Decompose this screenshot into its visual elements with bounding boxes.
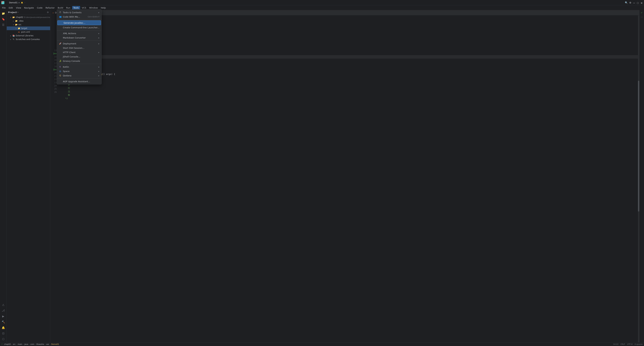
menu-item-qodana[interactable]: Q Qodana ▸ (57, 73, 102, 78)
menu-item-qodana-label: Qodana (63, 74, 72, 77)
tree-item-pom[interactable]: ▸ m pom.xml (7, 30, 50, 34)
menu-code[interactable]: Code (36, 6, 44, 9)
menu-item-groovy-label: Groovy Console (63, 60, 80, 62)
tree-item-chap02[interactable]: ▾ 📂 chap02 D:\dev\java\code\javase\chap0… (7, 15, 50, 19)
breadcrumb-item[interactable]: chap02 (4, 343, 11, 345)
menu-edit[interactable]: Edit (8, 6, 14, 9)
project-header: Project ▾ ⚙ (7, 10, 50, 15)
breadcrumb-item[interactable]: src (13, 343, 16, 345)
menu-tools[interactable]: Tools (72, 6, 80, 9)
menu-help[interactable]: Help (100, 6, 107, 9)
menu-item-generate-javadoc-label: Generate JavaDoc... (64, 22, 85, 24)
run-icon[interactable]: ▶ (18, 2, 20, 3)
breadcrumb-item[interactable]: var (46, 343, 49, 345)
tree-item-scratches[interactable]: ▸ ✎ Scratches and Consoles (7, 37, 50, 41)
code-line: /** (59, 59, 639, 62)
menu-item-tasks-label: Tasks & Contexts (63, 11, 82, 14)
kotlin-icon: K (59, 65, 62, 68)
more-options-icon[interactable]: ⋯ (24, 2, 26, 3)
notifications-icon[interactable]: 🔔 (21, 2, 23, 3)
problems-icon[interactable]: ⚠ (1, 302, 6, 308)
bookmarks-icon[interactable]: 🔖 (1, 16, 6, 22)
build-icon[interactable]: 🔨 (1, 319, 6, 325)
git-icon[interactable]: ⎇ (1, 308, 6, 313)
run-icon[interactable]: ▶ (1, 314, 6, 319)
code-with-me-icon: 👥 (59, 15, 62, 18)
menu-item-ssh[interactable]: Start SSH Session... (57, 46, 102, 50)
titlebar-left: Demo01 ▶ 🔔 ⋯ (1, 1, 28, 4)
agp-icon (59, 80, 62, 83)
ssh-icon (59, 46, 62, 49)
structure-icon[interactable]: ☰ (1, 22, 6, 27)
menu-refactor[interactable]: Refactor (44, 6, 56, 9)
tree-item-target[interactable]: ▸ 📁 target (7, 26, 50, 30)
breadcrumb-item[interactable]: lihaozhe (36, 343, 44, 345)
qodana-icon: Q (59, 74, 62, 77)
menu-item-jshell[interactable]: JShell Console... (57, 54, 102, 59)
menu-item-xml-actions[interactable]: XML Actions ▸ (57, 31, 102, 35)
menu-vcs[interactable]: VCS (80, 6, 88, 9)
terminal-icon[interactable]: ⊡ (1, 331, 6, 336)
menu-navigate[interactable]: Navigate (23, 6, 35, 9)
menu-item-ssh-label: Start SSH Session... (63, 47, 84, 49)
menu-item-code-with-me[interactable]: 👥 Code With Me... Ctrl+Shift+Y (57, 14, 102, 19)
tree-item-idea[interactable]: ▸ 📁 .idea (7, 19, 50, 23)
project-dropdown-icon[interactable]: ▾ (18, 11, 18, 13)
scratches-icon: ✎ (12, 38, 15, 41)
code-editor[interactable]: <h1>我的第一个java程序</h1> </h2> > 单行注释</li> >… (59, 15, 639, 342)
menu-item-create-cmdline[interactable]: Create Command-line Launcher... (57, 25, 102, 30)
menu-run[interactable]: Run (65, 6, 72, 9)
tree-item-src[interactable]: ▾ 📂 src (7, 23, 50, 26)
code-line (59, 41, 639, 45)
menu-item-generate-javadoc[interactable]: Generate JavaDoc... (57, 20, 101, 25)
breadcrumb-item[interactable]: com (30, 343, 34, 345)
editor-tabs: ☕ Demo01 ✕ (50, 10, 639, 15)
menu-item-agp[interactable]: AGP Upgrade Assistant... (57, 79, 102, 84)
code-line (59, 17, 639, 20)
project-icon[interactable]: 📁 (1, 11, 6, 16)
menu-window[interactable]: Window (88, 6, 99, 9)
problems-check-icon[interactable]: ✓ (640, 11, 644, 14)
menu-item-kotlin[interactable]: K Kotlin ▸ (57, 65, 102, 69)
menu-view[interactable]: View (14, 6, 22, 9)
menu-item-http-client-label: HTTP Client (63, 51, 76, 54)
encoding[interactable]: UTF-8 (627, 343, 632, 345)
line-endings[interactable]: CRLF (620, 343, 625, 345)
menu-build[interactable]: Build (56, 6, 64, 9)
cursor-position[interactable]: 14:22 (613, 343, 618, 345)
menu-item-space[interactable]: ◎ Space ▸ (57, 69, 102, 73)
cmdline-icon (59, 26, 62, 29)
gear-icon[interactable]: ⚙ (47, 11, 49, 13)
pom-icon: m (18, 30, 20, 33)
plugins-icon[interactable]: ⬡ (1, 336, 6, 342)
generate-javadoc-icon (60, 21, 62, 24)
scrollbar[interactable] (638, 15, 639, 342)
menu-item-markdown[interactable]: Markdown Converter ▸ (57, 35, 102, 40)
tree-item-external-libs[interactable]: ▸ 📚 External Libraries (7, 34, 50, 37)
indent[interactable]: 4 spaces (634, 343, 643, 345)
menu-item-tasks[interactable]: ⏱ Tasks & Contexts ▸ (57, 10, 102, 14)
restore-btn[interactable]: □ (636, 1, 639, 4)
right-sidebar: ✓ ⋯ (639, 10, 644, 342)
code-line (59, 27, 639, 31)
search-btn[interactable]: 🔍 (625, 1, 628, 4)
project-actions: ⚙ (47, 11, 49, 13)
breadcrumb-item[interactable]: java (24, 343, 28, 345)
titlebar: Demo01 ▶ 🔔 ⋯ 🔍 ⚙ ─ □ ✕ (0, 0, 644, 5)
tree-arrow-idea: ▸ (12, 20, 15, 22)
tools-dropdown-menu: ⏱ Tasks & Contexts ▸ 👥 Code With Me... C… (57, 9, 102, 84)
minimize-btn[interactable]: ─ (633, 1, 635, 4)
tree-arrow-src: ▾ (12, 24, 15, 26)
menu-item-http-client[interactable]: HTTP Client ▸ (57, 50, 102, 54)
breadcrumb-item[interactable]: main (18, 343, 22, 345)
menu-item-groovy[interactable]: 🐊 Groovy Console (57, 59, 102, 63)
close-btn[interactable]: ✕ (640, 1, 643, 4)
markdown-icon (59, 36, 62, 39)
breadcrumb-item-class[interactable]: Demo01 (51, 343, 59, 345)
titlebar-tab-demo01[interactable]: Demo01 ▶ 🔔 ⋯ (7, 1, 28, 4)
settings-btn[interactable]: ⚙ (629, 1, 632, 4)
menu-file[interactable]: File (1, 6, 7, 9)
notifications-left-icon[interactable]: 🔔 (1, 325, 6, 330)
right-more-icon[interactable]: ⋯ (640, 15, 644, 19)
menu-item-deployment[interactable]: 🚀 Deployment ▸ (57, 41, 102, 46)
